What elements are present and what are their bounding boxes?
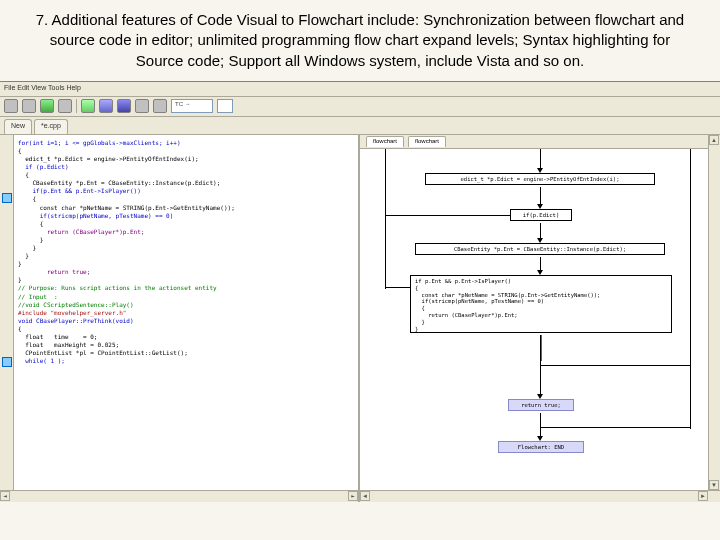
save-icon[interactable] xyxy=(58,99,72,113)
scroll-right-icon[interactable]: ► xyxy=(698,491,708,501)
code-hscroll[interactable]: ◄ ► xyxy=(0,490,358,502)
flowchart-tab-1[interactable]: flowchart xyxy=(366,136,404,147)
flow-node-assign[interactable]: edict_t *p.Edict = engine->PEntityOfEntI… xyxy=(425,173,655,185)
export-excel-icon[interactable] xyxy=(81,99,95,113)
gutter xyxy=(0,135,14,502)
new-icon[interactable] xyxy=(4,99,18,113)
tool2-icon[interactable] xyxy=(153,99,167,113)
flow-node-return[interactable]: return true; xyxy=(508,399,574,411)
open-icon[interactable] xyxy=(22,99,36,113)
flowchart-tab-2[interactable]: flowchart xyxy=(408,136,446,147)
slide-caption: 7. Additional features of Code Visual to… xyxy=(0,0,720,81)
flow-hscroll[interactable]: ◄ ► xyxy=(360,490,720,502)
menubar[interactable]: File Edit View Tools Help xyxy=(0,82,720,97)
flow-vscroll[interactable]: ▲ ▼ xyxy=(708,135,720,490)
flow-connector xyxy=(540,335,541,397)
flowchart-pane[interactable]: flowchart flowchart edict_t *p.Edict = e… xyxy=(360,135,720,502)
flow-connector xyxy=(690,149,691,429)
scroll-left-icon[interactable]: ◄ xyxy=(0,491,10,501)
flowchart-tabs: flowchart flowchart xyxy=(360,135,720,149)
flow-connector xyxy=(540,427,690,428)
tool-icon[interactable] xyxy=(135,99,149,113)
code-editor-pane[interactable]: for(int i=1; i <= gpGlobals->maxClients;… xyxy=(0,135,360,502)
bookmark-icon[interactable] xyxy=(2,193,12,203)
file-tabs: New *e.cpp xyxy=(0,117,720,135)
run-icon[interactable] xyxy=(40,99,54,113)
separator xyxy=(76,99,77,113)
scroll-down-icon[interactable]: ▼ xyxy=(709,480,719,490)
level-field[interactable] xyxy=(217,99,233,113)
flow-connector xyxy=(385,287,410,288)
export-word-icon[interactable] xyxy=(99,99,113,113)
tab-file[interactable]: *e.cpp xyxy=(34,119,68,134)
scroll-up-icon[interactable]: ▲ xyxy=(709,135,719,145)
flow-connector xyxy=(540,365,690,366)
app-window: File Edit View Tools Help TC → New *e.cp… xyxy=(0,81,720,501)
tab-new[interactable]: New xyxy=(4,119,32,134)
flow-connector xyxy=(385,149,386,289)
flow-node-codeblock[interactable]: if p.Ent && p.Ent->IsPlayer() { const ch… xyxy=(410,275,672,333)
bookmark-icon[interactable] xyxy=(2,357,12,367)
flow-node-assign[interactable]: CBaseEntity *p.Ent = CBaseEntity::Instan… xyxy=(415,243,665,255)
flow-node-decision[interactable]: if(p.Edict) xyxy=(510,209,572,221)
scroll-right-icon[interactable]: ► xyxy=(348,491,358,501)
code-content: for(int i=1; i <= gpGlobals->maxClients;… xyxy=(0,135,358,370)
flow-connector xyxy=(385,215,510,216)
toolbar: TC → xyxy=(0,97,720,117)
flow-node-end[interactable]: Flowchart: END xyxy=(498,441,584,453)
scroll-left-icon[interactable]: ◄ xyxy=(360,491,370,501)
export-pic-icon[interactable] xyxy=(117,99,131,113)
zoom-field[interactable]: TC → xyxy=(171,99,213,113)
